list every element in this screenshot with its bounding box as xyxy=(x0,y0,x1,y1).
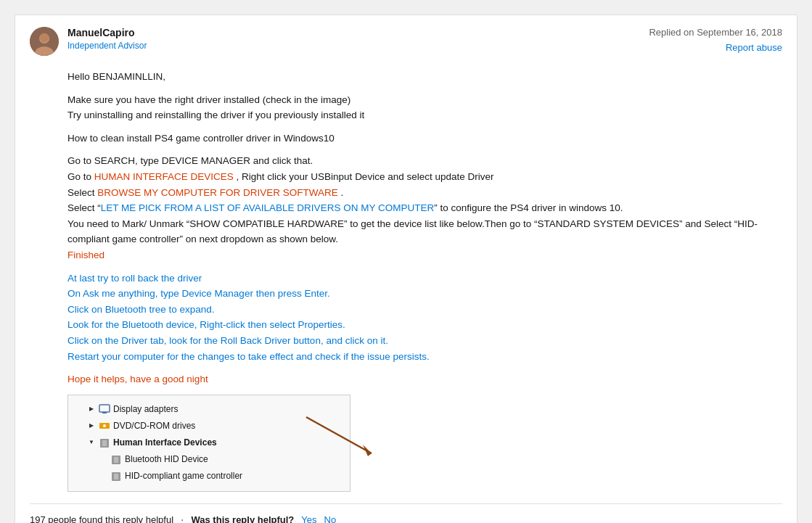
report-abuse-link[interactable]: Report abuse xyxy=(726,42,782,53)
rb2: Click on Bluetooth tree to expand. xyxy=(67,304,215,315)
helpful-bar: 197 people found this reply helpful · Wa… xyxy=(30,503,782,523)
finished: Finished xyxy=(67,250,104,260)
helpful-yes-button[interactable]: Yes xyxy=(301,514,316,523)
svg-rect-6 xyxy=(99,405,110,412)
para1: Make sure you have the right driver inst… xyxy=(67,92,782,123)
step3-highlight: BROWSE MY COMPUTER FOR DRIVER SOFTWARE xyxy=(97,187,338,198)
helpful-dot: · xyxy=(181,514,184,523)
dm-label-hid-game: HID-compliant game controller xyxy=(125,469,242,483)
step2-post: , Right click your USBinput Device and s… xyxy=(234,171,494,182)
helpful-count: 197 people found this reply helpful xyxy=(30,514,173,523)
para1-line1: Make sure you have the right driver inst… xyxy=(67,94,350,105)
helpful-question: Was this reply helpful? xyxy=(192,514,295,523)
hid-game-icon xyxy=(110,471,122,482)
step4-post: ” to configure the PS4 driver in windows… xyxy=(434,202,623,213)
rb3: Look for the Bluetooth device, Right-cli… xyxy=(67,319,345,330)
dm-row-dvd: ▶ DVD/CD-ROM drives xyxy=(75,418,343,435)
display-adapter-icon xyxy=(99,404,110,414)
svg-point-9 xyxy=(103,424,106,427)
svg-marker-5 xyxy=(363,445,372,456)
avatar xyxy=(30,27,59,56)
device-manager-image: ▶ Display adapters ▶ DVD/CD-ROM drives ▼… xyxy=(67,395,350,492)
para2: How to clean install PS4 game controller… xyxy=(67,131,782,147)
rollback-section: At last try to roll back the driver On A… xyxy=(67,271,782,365)
reply-card: ManuelCapiro Independent Advisor Replied… xyxy=(15,15,797,523)
dm-label-display: Display adapters xyxy=(113,403,178,416)
step2-highlight: HUMAN INTERFACE DEVICES xyxy=(94,171,234,182)
user-info: ManuelCapiro Independent Advisor xyxy=(30,27,147,56)
step3-pre: Select xyxy=(67,187,97,198)
para-rollback: At last try to roll back the driver xyxy=(67,273,202,284)
dm-expand-dvd: ▶ xyxy=(87,421,96,430)
user-name: ManuelCapiro xyxy=(67,27,147,38)
step5: You need to Mark/ Unmark “SHOW COMPATIBL… xyxy=(67,218,758,245)
dm-row-hid: ▼ Human Interface Devices xyxy=(75,435,343,451)
user-details: ManuelCapiro Independent Advisor xyxy=(67,27,147,51)
rb5: Restart your computer for the changes to… xyxy=(67,351,430,362)
dm-label-hid: Human Interface Devices xyxy=(113,436,217,450)
step1: Go to SEARCH, type DEVICE MANAGER and cl… xyxy=(67,155,313,166)
step3-post: . xyxy=(338,187,344,198)
dm-row-hid-game: HID-compliant game controller xyxy=(75,468,343,485)
page-wrapper: ManuelCapiro Independent Advisor Replied… xyxy=(0,7,812,523)
dm-row-display: ▶ Display adapters xyxy=(75,401,343,418)
dvd-icon xyxy=(99,421,110,431)
para1-line2: Try uninstalling and reinstalling the dr… xyxy=(67,110,364,120)
reply-date: Replied on September 16, 2018 xyxy=(649,27,782,38)
reply-meta: Replied on September 16, 2018 Report abu… xyxy=(649,27,782,53)
svg-point-3 xyxy=(40,33,49,42)
steps: Go to SEARCH, type DEVICE MANAGER and cl… xyxy=(67,153,782,263)
dm-expand-display: ▶ xyxy=(87,405,96,413)
closing-text: Hope it helps, have a good night xyxy=(67,374,208,384)
svg-rect-11 xyxy=(102,440,107,446)
svg-rect-7 xyxy=(102,412,107,413)
svg-rect-15 xyxy=(114,474,118,479)
hid-icon xyxy=(99,438,110,448)
step4-pre: Select “ xyxy=(67,202,101,213)
bluetooth-hid-icon xyxy=(110,455,122,465)
dm-label-bluetooth: Bluetooth HID Device xyxy=(125,453,208,466)
user-role: Independent Advisor xyxy=(67,41,147,51)
svg-rect-13 xyxy=(114,457,118,463)
step2-pre: Go to xyxy=(67,171,94,182)
dm-expand-hid: ▼ xyxy=(87,439,96,448)
reply-header: ManuelCapiro Independent Advisor Replied… xyxy=(30,27,782,56)
dm-label-dvd: DVD/CD-ROM drives xyxy=(113,419,195,433)
helpful-no-button[interactable]: No xyxy=(324,514,337,523)
closing: Hope it helps, have a good night xyxy=(67,371,782,387)
reply-body: Hello BENJAMINLLIN, Make sure you have t… xyxy=(30,69,782,492)
dm-row-bluetooth: Bluetooth HID Device xyxy=(75,451,343,468)
rb1: On Ask me anything, type Device Manager … xyxy=(67,288,330,299)
greeting: Hello BENJAMINLLIN, xyxy=(67,69,782,85)
rb4: Click on the Driver tab, look for the Ro… xyxy=(67,335,388,346)
para2-text: How to clean install PS4 game controller… xyxy=(67,133,335,144)
step4-highlight: LET ME PICK FROM A LIST OF AVAILABLE DRI… xyxy=(101,202,434,213)
